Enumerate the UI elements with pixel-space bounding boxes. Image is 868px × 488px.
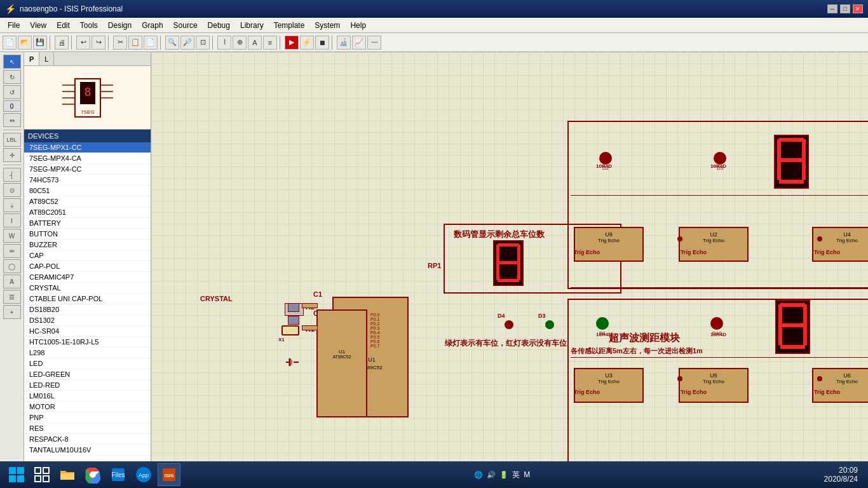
device-80c51[interactable]: 80C51 <box>24 186 151 196</box>
save-button[interactable]: 💾 <box>33 36 47 50</box>
junction-tool[interactable]: ⊙ <box>3 183 21 197</box>
window-controls[interactable]: ─ □ ✕ <box>827 4 863 13</box>
seg-svg-top <box>494 241 522 285</box>
tab-l[interactable]: L <box>39 52 54 65</box>
device-pnp[interactable]: PNP <box>24 412 151 423</box>
component-tool[interactable]: ⊕ <box>233 36 247 50</box>
open-button[interactable]: 📂 <box>18 36 32 50</box>
device-tantalum[interactable]: TANTALUM10U16V <box>24 445 151 456</box>
wire-tool-left[interactable]: ⌇ <box>3 214 21 227</box>
files-button[interactable]: Files <box>107 463 130 486</box>
device-ds18b20[interactable]: DS18B20 <box>24 304 151 315</box>
menu-edit[interactable]: Edit <box>51 20 75 31</box>
devices-list[interactable]: 7SEG-MPX1-CC 7SEG-MPX4-CA 7SEG-MPX4-CC 7… <box>24 142 151 463</box>
rotate-cw-tool[interactable]: ↻ <box>3 70 21 84</box>
arc-tool[interactable]: ◯ <box>3 259 21 273</box>
device-res[interactable]: RES <box>24 423 151 434</box>
zoom-in-button[interactable]: 🔍 <box>165 36 179 50</box>
chrome-button[interactable] <box>81 463 104 486</box>
paste-button[interactable]: 📄 <box>144 36 158 50</box>
mirror-tool[interactable]: ⇔ <box>3 113 21 127</box>
stop-button[interactable]: ⏹ <box>315 36 329 50</box>
app5-button[interactable]: App <box>132 463 155 486</box>
simulate-button[interactable]: ▶ <box>285 36 299 50</box>
device-crystal[interactable]: CRYSTAL <box>24 283 151 294</box>
device-led-green[interactable]: LED-GREEN <box>24 369 151 380</box>
device-at89c52[interactable]: AT89C52 <box>24 196 151 207</box>
crystal-label: CRYSTAL <box>200 295 233 302</box>
label-tool[interactable]: A <box>248 36 262 50</box>
device-hc-sr04[interactable]: HC-SR04 <box>24 326 151 337</box>
oscilloscope-button[interactable]: 〰 <box>367 36 381 50</box>
device-at89c2051[interactable]: AT89C2051 <box>24 207 151 218</box>
menu-design[interactable]: Design <box>103 20 137 31</box>
cut-button[interactable]: ✂ <box>113 36 127 50</box>
bus-pin-tool[interactable]: ┤ <box>3 168 21 182</box>
device-led-red[interactable]: LED-RED <box>24 380 151 391</box>
draw-tool[interactable]: ✏ <box>3 244 21 258</box>
menu-library[interactable]: Library <box>235 20 269 31</box>
new-button[interactable]: 📄 <box>3 36 17 50</box>
wire-tool[interactable]: ⌇ <box>217 36 231 50</box>
device-ds1302[interactable]: DS1302 <box>24 315 151 326</box>
label-tool-left[interactable]: LBL <box>3 133 21 147</box>
device-htc1005[interactable]: HTC1005-1E-10RJ-L5 <box>24 337 151 348</box>
device-battery[interactable]: BATTERY <box>24 218 151 229</box>
u9-chip: U9 Trig Echo <box>574 227 644 262</box>
power-tool[interactable]: ⏚ <box>3 198 21 212</box>
device-lm016l[interactable]: LM016L <box>24 391 151 402</box>
device-cap[interactable]: CAP <box>24 250 151 261</box>
symbol-tool[interactable]: ☰ <box>3 290 21 304</box>
device-motor[interactable]: MOTOR <box>24 402 151 412</box>
menu-graph[interactable]: Graph <box>137 20 168 31</box>
menu-help[interactable]: Help <box>345 20 371 31</box>
menu-view[interactable]: View <box>25 20 51 31</box>
menu-source[interactable]: Source <box>168 20 203 31</box>
device-ceramic4p7[interactable]: CERAMIC4P7 <box>24 272 151 283</box>
menu-template[interactable]: Template <box>269 20 310 31</box>
menu-tools[interactable]: Tools <box>75 20 103 31</box>
device-buzzer[interactable]: BUZZER <box>24 240 151 250</box>
device-cap-pol[interactable]: CAP-POL <box>24 261 151 272</box>
close-button[interactable]: ✕ <box>853 4 863 13</box>
device-l298[interactable]: L298 <box>24 348 151 358</box>
menu-system[interactable]: System <box>309 20 345 31</box>
print-button[interactable]: 🖨 <box>55 36 69 50</box>
tab-p[interactable]: P <box>24 52 39 65</box>
device-7seg-mpx4-ca[interactable]: 7SEG-MPX4-CA <box>24 153 151 164</box>
device-led[interactable]: LED <box>24 358 151 369</box>
probe-button[interactable]: 🔬 <box>337 36 351 50</box>
undo-button[interactable]: ↩ <box>76 36 90 50</box>
add-tool[interactable]: + <box>3 305 21 319</box>
device-ctable[interactable]: CTABLE UNI CAP-POL <box>24 294 151 304</box>
zoom-out-button[interactable]: 🔎 <box>180 36 194 50</box>
move-tool[interactable]: ✛ <box>3 148 21 162</box>
redo-button[interactable]: ↪ <box>92 36 105 50</box>
file-explorer-button[interactable] <box>56 463 79 486</box>
copy-button[interactable]: 📋 <box>128 36 142 50</box>
zoom-fit-button[interactable]: ⊡ <box>196 36 210 50</box>
select-tool[interactable]: ↖ <box>3 55 21 69</box>
device-7seg-mpx4-cc[interactable]: 7SEG-MPX4-CC <box>24 164 151 175</box>
device-respack-8[interactable]: RESPACK-8 <box>24 434 151 445</box>
probe-left[interactable]: W <box>3 229 21 243</box>
task-view-button[interactable] <box>31 463 53 486</box>
u3-type: Trig Echo <box>575 379 642 384</box>
device-7seg-mpx1-cc[interactable]: 7SEG-MPX1-CC <box>24 142 151 153</box>
canvas-area[interactable]: 数码管显示剩余总车位数 RP1 U1 <box>151 52 868 471</box>
maximize-button[interactable]: □ <box>840 4 850 13</box>
rotate-ccw-tool[interactable]: ↺ <box>3 85 21 99</box>
panel-tabs: P L <box>24 52 151 66</box>
device-button[interactable]: BUTTON <box>24 229 151 240</box>
device-74hc573[interactable]: 74HC573 <box>24 175 151 186</box>
menu-file[interactable]: File <box>3 20 25 31</box>
menu-debug[interactable]: Debug <box>203 20 235 31</box>
text-tool[interactable]: A <box>3 274 21 288</box>
isis-taskbar-button[interactable]: ISIS <box>158 463 180 486</box>
run-button[interactable]: ⚡ <box>300 36 314 50</box>
svg-rect-52 <box>9 475 16 482</box>
bus-tool[interactable]: ≡ <box>263 36 277 50</box>
minimize-button[interactable]: ─ <box>827 4 837 13</box>
graph-button[interactable]: 📈 <box>352 36 366 50</box>
start-button[interactable] <box>5 463 28 486</box>
